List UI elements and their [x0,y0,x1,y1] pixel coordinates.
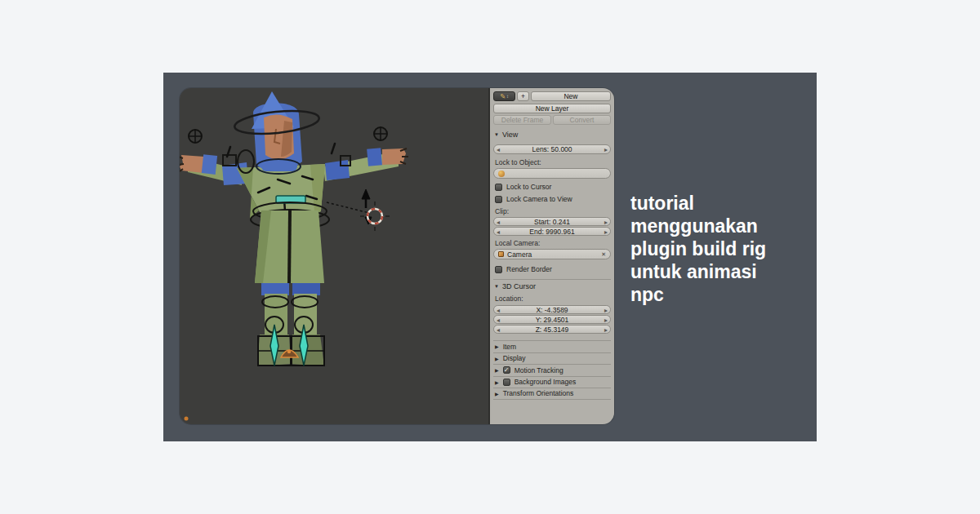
triangle-right-icon: ▶ [495,343,499,349]
blender-screenshot: ✎ ↕ + New New Layer Delete Frame Convert… [180,88,614,424]
plus-icon: + [521,92,525,100]
local-camera-field[interactable]: Camera ✕ [493,249,611,259]
lock-to-object-field[interactable] [493,168,611,179]
checkbox-icon[interactable] [495,184,502,191]
properties-panel: ✎ ↕ + New New Layer Delete Frame Convert… [488,88,614,424]
slider-left-arrow-icon[interactable]: ◂ [497,307,500,314]
new-button[interactable]: New [531,91,611,101]
triangle-right-icon: ▶ [495,367,499,373]
lens-slider[interactable]: ◂ Lens: 50.000 ▸ [493,144,611,154]
slider-right-arrow-icon[interactable]: ▸ [604,219,608,226]
3d-viewport[interactable] [180,88,488,424]
slider-right-arrow-icon[interactable]: ▸ [604,228,608,236]
cursor-y-slider[interactable]: ◂ Y: 29.4501 ▸ [493,315,611,324]
lock-to-object-label: Lock to Object: [495,158,609,166]
location-label: Location: [495,295,609,303]
clip-label: Clip: [495,207,609,215]
slider-left-arrow-icon[interactable]: ◂ [497,317,500,324]
corner-speck [185,417,189,421]
gizmo-arrows-icon [362,189,372,224]
datablock-updown-icon: ↕ [506,92,509,100]
lock-to-cursor-checkbox[interactable]: Lock to Cursor [495,183,609,191]
slider-right-arrow-icon[interactable]: ▸ [604,317,608,324]
caption-text: tutorial menggunakan plugin build rig un… [630,192,806,306]
slider-right-arrow-icon[interactable]: ▸ [604,146,608,153]
slider-left-arrow-icon[interactable]: ◂ [497,228,500,236]
pencil-icon: ✎ [500,92,506,100]
render-border-checkbox[interactable]: Render Border [495,265,609,273]
3d-cursor-section-header[interactable]: ▼ 3D Cursor [494,282,610,290]
motion-tracking-section-header[interactable]: ▶ ✓ Motion Tracking [493,364,611,376]
checkbox-icon[interactable] [503,379,510,386]
slider-right-arrow-icon[interactable]: ▸ [604,326,608,334]
display-section-header[interactable]: ▶ Display [493,352,611,365]
clip-end-slider[interactable]: ◂ End: 9990.961 ▸ [493,227,611,236]
clear-x-icon[interactable]: ✕ [601,251,606,258]
3d-cursor-icon [360,202,390,231]
checkbox-checked-icon[interactable]: ✓ [503,366,510,374]
camera-object-icon [498,251,504,257]
constraint-dashed-line [327,202,369,213]
add-datablock-button[interactable]: + [517,91,529,101]
slider-left-arrow-icon[interactable]: ◂ [497,219,500,226]
cursor-z-slider[interactable]: ◂ Z: 45.3149 ▸ [493,325,611,334]
cursor-x-slider[interactable]: ◂ X: -4.3589 ▸ [493,305,611,314]
social-card: ✎ ↕ + New New Layer Delete Frame Convert… [163,73,817,441]
character-model [180,88,488,424]
clip-start-slider[interactable]: ◂ Start: 0.241 ▸ [493,217,611,226]
transform-orientations-section-header[interactable]: ▶ Transform Orientations [493,388,611,400]
view-section-header[interactable]: ▼ View [494,131,610,139]
triangle-right-icon: ▶ [495,391,499,397]
slider-left-arrow-icon[interactable]: ◂ [497,146,500,153]
background-images-section-header[interactable]: ▶ Background Images [493,376,611,388]
triangle-down-icon: ▼ [494,284,499,289]
item-section-header[interactable]: ▶ Item [493,340,611,352]
lock-camera-to-view-checkbox[interactable]: Lock Camera to View [495,195,609,203]
convert-button[interactable]: Convert [553,115,611,125]
grease-pencil-datablock-button[interactable]: ✎ ↕ [493,91,515,101]
slider-right-arrow-icon[interactable]: ▸ [604,307,608,314]
checkbox-icon[interactable] [495,266,502,273]
triangle-right-icon: ▶ [495,379,499,385]
object-data-icon [498,171,505,177]
new-layer-button[interactable]: New Layer [493,104,611,113]
local-camera-label: Local Camera: [495,239,609,247]
triangle-down-icon: ▼ [494,132,499,137]
triangle-right-icon: ▶ [495,356,499,361]
delete-frame-button[interactable]: Delete Frame [493,115,551,125]
slider-left-arrow-icon[interactable]: ◂ [497,326,500,334]
checkbox-icon[interactable] [495,196,502,203]
